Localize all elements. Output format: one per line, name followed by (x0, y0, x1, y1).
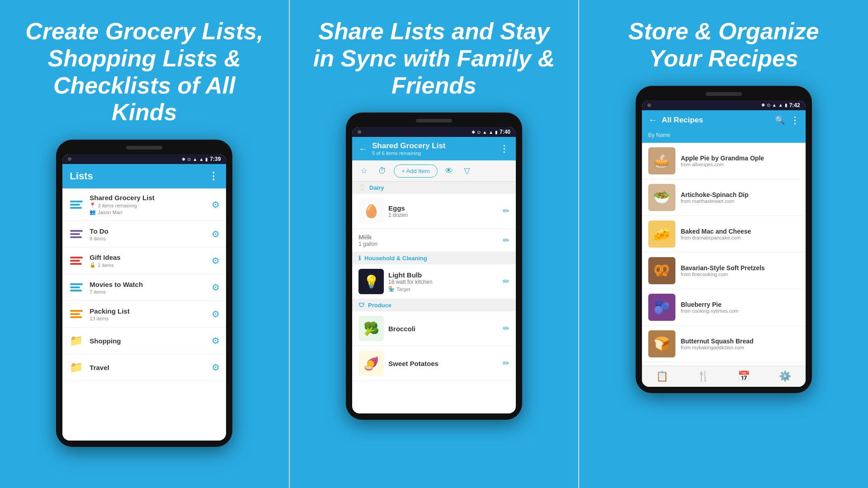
list-item[interactable]: 📁 Travel ⚙ (62, 354, 226, 381)
list-info-packing: Packing List 13 items (90, 307, 212, 321)
shopping-item-potato[interactable]: 🍠 Sweet Potatoes ✏ (352, 346, 516, 381)
bulb-store: 🏪 Target (388, 286, 498, 292)
status-bar-1: ✱ ⊙ ▲ ▲ ▮ 7:39 (62, 154, 226, 164)
lists-more-icon[interactable]: ⋮ (208, 170, 219, 182)
status-time-1: 7:39 (210, 156, 221, 162)
camera-dot-1 (68, 157, 71, 161)
gear-icon-movies[interactable]: ⚙ (212, 282, 220, 293)
potato-edit-icon[interactable]: ✏ (503, 358, 509, 368)
squash-thumb: 🍞 (648, 330, 675, 357)
sync-icon: ⊙ (187, 157, 191, 162)
phone-frame-3: ✱ ⊙ ▲ ▲ ▮ 7:42 ← All Recipes 🔍 ⋮ (636, 86, 812, 393)
shopping-item-milk[interactable]: Milk 1 gallon ✏ (352, 229, 516, 252)
list-item[interactable]: Movies to Watch 7 items ⚙ (62, 274, 226, 301)
apple-pie-info: Apple Pie by Grandma Ople from allrecipe… (681, 155, 764, 167)
add-item-button[interactable]: + Add Item (394, 164, 438, 178)
phone-3-wrapper: ✱ ⊙ ▲ ▲ ▮ 7:42 ← All Recipes 🔍 ⋮ (579, 86, 868, 488)
status-time-2: 7:40 (500, 129, 510, 135)
panel-3: Store & Organize Your Recipes ✱ ⊙ ▲ ▲ ▮ … (579, 0, 868, 488)
list-item[interactable]: 📁 Shopping ⚙ (62, 328, 226, 354)
recipe-item-blueberry[interactable]: 🫐 Blueberry Pie from cooking.nytimes.com (642, 289, 806, 326)
list-item[interactable]: Shared Grocery List 📍 3 items remaining … (62, 188, 226, 221)
artichoke-info: Artichoke-Spinach Dip from marthastewart… (681, 191, 749, 204)
bulb-thumb: 💡 (359, 269, 384, 294)
status-time-3: 7:42 (789, 102, 800, 108)
status-bar-2: ✱ ⊙ ▲ ▲ ▮ 7:40 (352, 127, 516, 137)
dairy-label: Dairy (369, 184, 384, 191)
shopping-item-broccoli[interactable]: 🥦 Broccoli ✏ (352, 311, 516, 346)
lock-icon: 🔒 (90, 262, 96, 268)
bulb-edit-icon[interactable]: ✏ (503, 277, 509, 286)
gear-icon-todo[interactable]: ⚙ (212, 229, 220, 239)
produce-section-header: 🛡 Produce (352, 299, 516, 311)
gear-icon-shopping[interactable]: ⚙ (212, 335, 220, 346)
apple-pie-thumb: 🥧 (648, 147, 675, 174)
phone-1-wrapper: ✱ ⊙ ▲ ▲ ▮ 7:39 Lists ⋮ (0, 140, 289, 488)
list-meta-todo: 8 items (90, 236, 212, 241)
nav-recipes-icon: 🍴 (697, 371, 709, 382)
broccoli-details: Broccoli (388, 325, 498, 333)
history-button[interactable]: ⏱ (375, 164, 390, 178)
back-button[interactable]: ← (359, 144, 368, 154)
recipe-item-artichoke[interactable]: 🥗 Artichoke-Spinach Dip from marthastewa… (642, 179, 806, 216)
signal-icon: ▲ (199, 157, 203, 162)
mac-info: Baked Mac and Cheese from dramaticpancak… (681, 228, 751, 240)
app-toolbar-3: ← All Recipes 🔍 ⋮ (642, 110, 806, 130)
title-block-3: All Recipes (662, 116, 775, 125)
search-icon-recipes[interactable]: 🔍 (775, 115, 785, 125)
recipe-item-pretzels[interactable]: 🥨 Bavarian-Style Soft Pretzels from fine… (642, 253, 806, 289)
bulb-details: Light Bulb 18 watt for kitchen 🏪 Target (388, 271, 498, 292)
recipe-item-apple-pie[interactable]: 🥧 Apple Pie by Grandma Ople from allreci… (642, 143, 806, 179)
back-button-3[interactable]: ← (648, 115, 657, 125)
nav-recipes[interactable]: 🍴 (697, 371, 709, 382)
more-icon-2[interactable]: ⋮ (500, 143, 509, 154)
panel-1: Create Grocery Lists, Shopping Lists & C… (0, 0, 289, 488)
battery-icon-2: ▮ (495, 130, 498, 135)
recipe-item-squash[interactable]: 🍞 Butternut Squash Bread from mybakingad… (642, 326, 806, 362)
nav-lists[interactable]: 📋 (656, 371, 668, 382)
wifi-icon-2: ▲ (482, 130, 487, 135)
list-info-movies: Movies to Watch 7 items (90, 281, 212, 295)
nav-calendar-icon: 📅 (738, 371, 750, 382)
pretzels-name: Bavarian-Style Soft Pretzels (681, 264, 765, 272)
eye-button[interactable]: 👁 (441, 164, 457, 178)
nav-settings[interactable]: ⚙️ (779, 371, 791, 382)
star-button[interactable]: ☆ (357, 164, 371, 178)
filter-button[interactable]: ▽ (460, 164, 474, 178)
eggs-edit-icon[interactable]: ✏ (503, 206, 509, 216)
lists-toolbar: Lists ⋮ (62, 164, 226, 188)
app-toolbar-2: ← Shared Grocery List 5 of 6 items remai… (352, 137, 516, 160)
produce-icon: 🛡 (359, 302, 364, 309)
list-item[interactable]: Packing List 13 items ⚙ (62, 301, 226, 328)
nav-lists-icon: 📋 (656, 371, 668, 382)
list-item[interactable]: Gift Ideas 🔒 2 items ⚙ (62, 248, 226, 274)
blueberry-name: Blueberry Pie (681, 301, 739, 308)
dairy-icon: 🥛 (359, 184, 366, 191)
gear-icon-travel[interactable]: ⚙ (212, 362, 220, 373)
mac-thumb: 🧀 (648, 221, 675, 248)
produce-label: Produce (368, 302, 392, 309)
gear-icon-shared-grocery[interactable]: ⚙ (212, 199, 220, 210)
bluetooth-icon-2: ✱ (472, 130, 475, 135)
recipe-item-mac[interactable]: 🧀 Baked Mac and Cheese from dramaticpanc… (642, 216, 806, 253)
nav-calendar[interactable]: 📅 (738, 371, 750, 382)
list-name-travel: Travel (90, 364, 212, 371)
artichoke-name: Artichoke-Spinach Dip (681, 191, 749, 198)
nav-settings-icon: ⚙️ (779, 371, 791, 382)
gear-icon-gift[interactable]: ⚙ (212, 255, 220, 266)
store-name: Target (396, 286, 410, 292)
shopping-item-bulb[interactable]: 💡 Light Bulb 18 watt for kitchen 🏪 Targe… (352, 264, 516, 299)
eggs-qty: 1 dozen (388, 212, 498, 218)
mac-name: Baked Mac and Cheese (681, 228, 751, 235)
phone-frame-1: ✱ ⊙ ▲ ▲ ▮ 7:39 Lists ⋮ (56, 140, 232, 447)
sync-icon-2: ⊙ (477, 130, 481, 135)
milk-edit-icon[interactable]: ✏ (503, 235, 509, 245)
list-icon-todo (69, 226, 84, 242)
gear-icon-packing[interactable]: ⚙ (212, 309, 220, 319)
list-info-shopping: Shopping (90, 337, 212, 345)
more-icon-3[interactable]: ⋮ (790, 115, 799, 126)
list-icon-packing (69, 306, 84, 322)
shopping-item-eggs[interactable]: 🥚 Eggs 1 dozen ✏ (352, 194, 516, 229)
broccoli-edit-icon[interactable]: ✏ (503, 324, 509, 333)
list-item[interactable]: To Do 8 items ⚙ (62, 221, 226, 248)
